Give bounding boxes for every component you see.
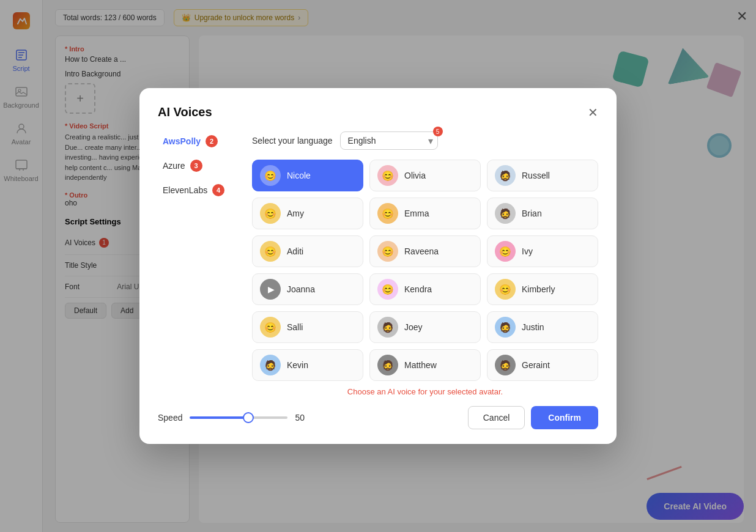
voice-card-kimberly[interactable]: 😊Kimberly [487,273,598,305]
voice-card-emma[interactable]: 😊Emma [369,198,481,229]
language-label: Select your language [252,136,333,146]
voice-avatar-raveena: 😊 [377,241,398,262]
voice-card-aditi[interactable]: 😊Aditi [252,235,363,267]
voice-card-joanna[interactable]: ▶Joanna [252,273,363,305]
speed-label: Speed [158,413,182,423]
language-select-wrapper: English 5 ▾ [340,131,438,150]
voice-card-amy[interactable]: 😊Amy [252,198,363,229]
voice-card-justin[interactable]: 🧔Justin [487,311,598,343]
voice-avatar-joanna: ▶ [260,279,281,300]
voice-avatar-kevin: 🧔 [260,355,281,375]
voice-name-salli: Salli [287,322,303,332]
voice-card-olivia[interactable]: 😊Olivia [369,160,481,191]
voice-card-nicole[interactable]: 😊Nicole [252,160,363,191]
voice-name-nicole: Nicole [287,171,311,180]
voice-card-geraint[interactable]: 🧔Geraint [487,349,598,381]
voice-avatar-russell: 🧔 [495,165,516,186]
voice-avatar-brian: 🧔 [495,203,516,224]
voice-card-joey[interactable]: 🧔Joey [369,311,481,343]
voice-name-joanna: Joanna [287,284,315,294]
cancel-button[interactable]: Cancel [468,406,525,429]
voice-name-kendra: Kendra [404,284,432,294]
voice-avatar-kendra: 😊 [377,279,398,300]
voice-name-emma: Emma [404,209,429,218]
elevenlabs-badge: 4 [212,184,224,196]
modal-header: AI Voices ✕ [158,105,598,119]
voice-card-matthew[interactable]: 🧔Matthew [369,349,481,381]
voice-avatar-nicole: 😊 [260,165,281,186]
elevenlabs-label: ElevenLabs [163,185,207,195]
voice-name-kimberly: Kimberly [522,284,555,294]
voice-panel: Select your language English 5 ▾ 😊Nicole… [252,131,598,396]
voice-card-ivy[interactable]: 😊Ivy [487,235,598,267]
modal-close-button[interactable]: ✕ [588,106,598,119]
speed-slider-track[interactable] [190,412,287,424]
voice-name-aditi: Aditi [287,246,303,256]
voice-card-brian[interactable]: 🧔Brian [487,198,598,229]
azure-label: Azure [163,161,185,171]
voice-name-matthew: Matthew [404,360,437,370]
voice-avatar-joey: 🧔 [377,317,398,338]
voice-avatar-justin: 🧔 [495,317,516,338]
modal-footer: Speed 50 Cancel Confirm [158,406,598,429]
voice-name-russell: Russell [522,171,550,180]
speed-slider-thumb[interactable] [243,412,254,423]
language-badge: 5 [433,127,443,136]
voice-avatar-amy: 😊 [260,203,281,224]
azure-badge: 3 [190,160,202,172]
awspolly-badge: 2 [206,135,218,147]
speed-value: 50 [295,413,313,423]
voice-card-raveena[interactable]: 😊Raveena [369,235,481,267]
voice-avatar-matthew: 🧔 [377,355,398,375]
voice-avatar-ivy: 😊 [495,241,516,262]
voice-name-amy: Amy [287,209,304,218]
voice-name-justin: Justin [522,322,544,332]
language-row: Select your language English 5 ▾ [252,131,598,150]
awspolly-label: AwsPolly [163,136,201,146]
speed-slider[interactable] [190,416,287,419]
voice-name-kevin: Kevin [287,360,308,370]
voice-card-kevin[interactable]: 🧔Kevin [252,349,363,381]
voice-grid: 😊Nicole😊Olivia🧔Russell😊Amy😊Emma🧔Brian😊Ad… [252,160,598,381]
voice-name-olivia: Olivia [404,171,426,180]
confirm-button[interactable]: Confirm [531,406,598,429]
voice-name-joey: Joey [404,322,423,332]
voice-card-kendra[interactable]: 😊Kendra [369,273,481,305]
voice-name-raveena: Raveena [404,246,439,256]
modal-body: AwsPolly 2 Azure 3 ElevenLabs 4 Select y… [158,131,598,396]
voice-card-russell[interactable]: 🧔Russell [487,160,598,191]
voice-avatar-emma: 😊 [377,203,398,224]
modal-overlay: AI Voices ✕ AwsPolly 2 Azure 3 ElevenLab… [0,0,756,532]
voice-providers-list: AwsPolly 2 Azure 3 ElevenLabs 4 [158,131,237,396]
voice-avatar-salli: 😊 [260,317,281,338]
voice-name-brian: Brian [522,209,542,218]
voice-warning-text: Choose an AI voice for your selected ava… [252,387,598,396]
voice-avatar-aditi: 😊 [260,241,281,262]
language-select[interactable]: English [340,131,438,150]
speed-control: Speed 50 [158,412,313,424]
provider-elevenlabs[interactable]: ElevenLabs 4 [158,180,237,200]
provider-azure[interactable]: Azure 3 [158,156,237,175]
ai-voices-modal: AI Voices ✕ AwsPolly 2 Azure 3 ElevenLab… [139,88,617,444]
voice-avatar-olivia: 😊 [377,165,398,186]
voice-avatar-kimberly: 😊 [495,279,516,300]
voice-name-geraint: Geraint [522,360,550,370]
voice-avatar-geraint: 🧔 [495,355,516,375]
modal-title: AI Voices [158,105,212,119]
voice-name-ivy: Ivy [522,246,533,256]
footer-buttons: Cancel Confirm [468,406,598,429]
provider-awspolly[interactable]: AwsPolly 2 [158,131,237,151]
voice-card-salli[interactable]: 😊Salli [252,311,363,343]
